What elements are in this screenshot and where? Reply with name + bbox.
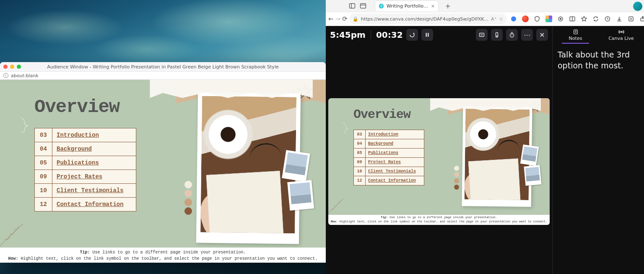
toc-link[interactable]: Introduction xyxy=(52,128,136,142)
stopwatch-button[interactable] xyxy=(506,29,518,41)
toc-link[interactable]: Client Testimonials xyxy=(52,184,136,198)
maximize-icon[interactable] xyxy=(17,65,21,69)
tip-text: Use links to go to a different page insi… xyxy=(90,250,246,255)
collections-icon[interactable] xyxy=(626,13,636,24)
tip-text: Use links to go to a different page insi… xyxy=(388,216,497,219)
toc-link[interactable]: Project Rates xyxy=(366,158,424,167)
presenter-view: 5:45pm 00:32 ⋯ ✕ Overview xyxy=(326,26,644,274)
polaroid-icon xyxy=(520,144,539,166)
leaf-doodle-icon xyxy=(0,222,25,251)
table-row: 05Publications xyxy=(354,149,424,158)
toc-link[interactable]: Background xyxy=(52,142,136,156)
audience-slide: Overview 03Introduction 04Background 05P… xyxy=(0,80,326,263)
remote-button[interactable] xyxy=(491,29,503,41)
squiggle-icon xyxy=(342,122,351,134)
speaker-notes[interactable]: Talk about the 3rd option the most. xyxy=(553,44,644,274)
sidebar-tabs: Notes Canva Live xyxy=(553,26,644,44)
new-tab-button[interactable]: + xyxy=(443,1,453,11)
toc-link[interactable]: Background xyxy=(366,139,424,149)
toc-table: 03Introduction 04Background 05Publicatio… xyxy=(34,128,136,211)
favorite-icon[interactable]: ☆ xyxy=(499,16,503,22)
table-row: 03Introduction xyxy=(354,130,424,139)
canva-favicon-icon xyxy=(379,3,384,9)
squiggle-icon xyxy=(19,117,32,133)
extension-icon[interactable] xyxy=(508,13,519,24)
close-icon[interactable] xyxy=(3,65,8,69)
tab-notes[interactable]: Notes xyxy=(553,26,598,44)
share-icon[interactable] xyxy=(637,13,644,24)
toc-num: 12 xyxy=(354,176,366,185)
workspaces-icon[interactable] xyxy=(360,3,366,9)
more-options-button[interactable]: ⋯ xyxy=(521,29,533,41)
toc-num: 10 xyxy=(354,167,366,176)
audience-window: Audience Window - Writing Portfolio Pres… xyxy=(0,62,326,263)
toc-num: 05 xyxy=(35,156,52,170)
swatch xyxy=(454,159,459,164)
lock-icon: 🔒 xyxy=(353,16,358,22)
presenter-current-slide[interactable]: Overview 03Introduction 04Background 05P… xyxy=(328,98,550,225)
favorites-icon[interactable] xyxy=(579,13,589,24)
audience-address-bar[interactable]: i about:blank xyxy=(0,71,326,80)
tab-label: Notes xyxy=(569,36,582,41)
toc-num: 04 xyxy=(35,142,52,156)
svg-point-7 xyxy=(560,18,561,20)
magic-shortcuts-button[interactable] xyxy=(476,29,488,41)
slide-title: Overview xyxy=(34,97,119,117)
table-row: 10Client Testimonials xyxy=(35,184,136,198)
toc-link[interactable]: Project Rates xyxy=(52,170,136,184)
table-row: 04Background xyxy=(354,139,424,149)
browser-window: Writing Portfolio Presentation i × + ← →… xyxy=(326,0,644,274)
browser-toolbar: ← → ⟳ 🔒 https://www.canva.com/design/DAF… xyxy=(326,12,644,26)
photo-frame xyxy=(462,106,532,207)
toc-link[interactable]: Client Testimonials xyxy=(366,167,424,176)
extensions-menu-icon[interactable] xyxy=(555,13,566,24)
split-screen-icon[interactable] xyxy=(567,13,578,24)
toc-link[interactable]: Introduction xyxy=(366,130,424,139)
tip-label: Tip: xyxy=(80,250,90,255)
extension-shield-icon[interactable] xyxy=(532,13,543,24)
reader-icon[interactable]: A⁺ xyxy=(491,16,496,22)
table-row: 09Project Rates xyxy=(354,158,424,167)
toc-num: 04 xyxy=(354,139,366,149)
address-bar[interactable]: 🔒 https://www.canva.com/design/DAF4up0eg… xyxy=(349,13,506,24)
refresh-button[interactable]: ⟳ xyxy=(342,13,348,24)
table-row: 12Contact Information xyxy=(35,198,136,211)
color-palette xyxy=(184,172,192,215)
desktop-background: Audience Window - Writing Portfolio Pres… xyxy=(0,0,326,274)
broadcast-icon xyxy=(618,29,624,35)
notes-icon xyxy=(573,29,579,35)
tab-canva-live[interactable]: Canva Live xyxy=(598,26,644,44)
history-icon[interactable] xyxy=(602,13,613,24)
table-row: 05Publications xyxy=(35,156,136,170)
swatch xyxy=(184,190,192,197)
svg-point-23 xyxy=(621,31,622,32)
downloads-icon[interactable] xyxy=(614,13,625,24)
forward-button[interactable]: → xyxy=(335,13,341,24)
tab-close-icon[interactable]: × xyxy=(431,3,435,9)
extension-grid-icon[interactable] xyxy=(543,13,554,24)
sync-icon[interactable] xyxy=(590,13,601,24)
photo-frame xyxy=(196,92,301,244)
close-presenter-button[interactable]: ✕ xyxy=(536,29,548,41)
extension-opera-icon[interactable] xyxy=(520,13,531,24)
divider xyxy=(371,30,371,39)
back-button[interactable]: ← xyxy=(328,13,334,24)
minimize-icon[interactable] xyxy=(10,65,14,69)
how-text: Highlight text, click on the link symbol… xyxy=(18,256,317,261)
copilot-icon[interactable] xyxy=(633,2,642,11)
sidebar-toggle-icon[interactable] xyxy=(349,3,356,9)
desk-photo xyxy=(465,109,530,200)
toc-link[interactable]: Publications xyxy=(52,156,136,170)
color-palette xyxy=(454,159,459,190)
pause-button[interactable] xyxy=(421,29,433,41)
browser-tab[interactable]: Writing Portfolio Presentation i × xyxy=(375,0,439,11)
audience-url: about:blank xyxy=(11,73,39,78)
toc-link[interactable]: Contact Information xyxy=(366,176,424,185)
reset-timer-button[interactable] xyxy=(406,29,418,41)
swatch xyxy=(454,178,459,183)
toc-link[interactable]: Publications xyxy=(366,149,424,158)
svg-point-5 xyxy=(511,16,516,21)
toc-link[interactable]: Contact Information xyxy=(52,198,136,211)
presenter-header: 5:45pm 00:32 ⋯ ✕ xyxy=(326,26,552,44)
presenter-main: 5:45pm 00:32 ⋯ ✕ Overview xyxy=(326,26,552,274)
